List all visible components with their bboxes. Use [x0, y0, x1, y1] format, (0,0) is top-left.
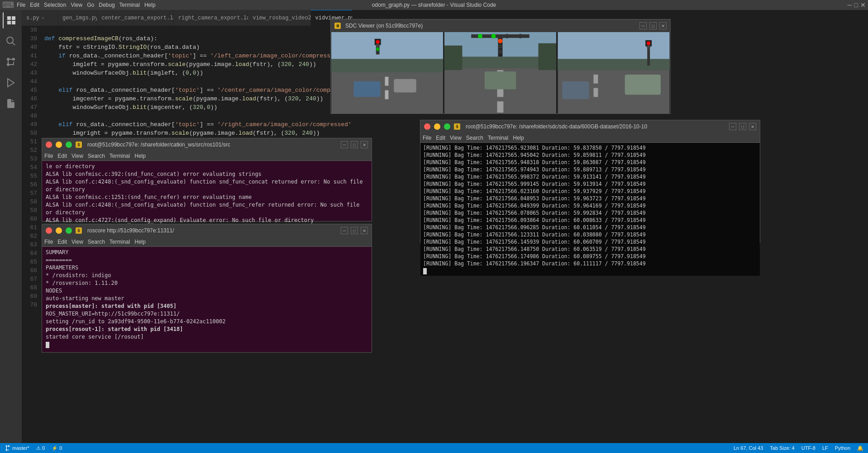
term1-wclose[interactable]: ✕ [361, 141, 368, 148]
activity-extensions[interactable] [3, 95, 19, 112]
term2-wmin[interactable]: ─ [341, 227, 348, 234]
svg-rect-20 [353, 81, 380, 97]
window-title: odom_graph.py — sharefolder - Visual Stu… [372, 2, 496, 8]
code-line-2: fstr = cStringIO.StringIO(ros_data.data) [41, 43, 352, 52]
menu-terminal[interactable]: Terminal [119, 2, 140, 8]
terminal-catkin-line: ALSA lib confmisc.c:1251:(snd_func_refer… [46, 193, 368, 201]
rosbag-line: [RUNNING] Bag Time: 1476217565.923081 Du… [423, 144, 757, 151]
rosbag-line: [RUNNING] Bag Time: 1476217566.078065 Du… [423, 209, 757, 217]
vscode-icon[interactable]: ⌨ [2, 0, 14, 10]
status-language[interactable]: Python [835, 445, 850, 451]
menu-file[interactable]: File [17, 2, 25, 8]
sdc-close[interactable]: ✕ [659, 22, 667, 29]
term1-wmax[interactable]: □ [351, 141, 358, 148]
tmenu3-terminal[interactable]: Terminal [488, 135, 508, 141]
term1-max[interactable]: + [66, 142, 72, 148]
tab-center-camera[interactable]: center_camera_export.launch ✕ [97, 10, 174, 26]
tmenu3-edit[interactable]: Edit [436, 135, 445, 141]
svg-rect-43 [593, 75, 598, 84]
editor-tabs: s.py ✕ gen_imgs.py ✕ center_camera_expor… [22, 10, 352, 26]
tmenu2-edit[interactable]: Edit [57, 239, 67, 245]
term1-win-controls: ─ □ ✕ [341, 141, 368, 148]
term3-close[interactable]: ✕ [424, 123, 430, 130]
tab-view-rosbag[interactable]: view_rosbag_video2.py ✕ [248, 10, 310, 26]
terminal-roscore-line: SUMMARY [46, 249, 368, 256]
term3-min[interactable]: ─ [434, 123, 440, 130]
svg-point-39 [518, 34, 523, 38]
tmenu2-help[interactable]: Help [134, 239, 146, 245]
status-encoding[interactable]: UTF-8 [801, 445, 816, 451]
activity-explorer[interactable] [3, 12, 19, 28]
term3-max[interactable]: + [444, 123, 450, 130]
svg-point-15 [376, 40, 380, 44]
tab-close-s-py[interactable]: ✕ [42, 15, 44, 21]
minimize-btn[interactable]: ─ [848, 1, 852, 9]
tmenu2-view[interactable]: View [72, 239, 83, 245]
tab-right-camera[interactable]: right_camera_export.launch ✕ [174, 10, 248, 26]
code-line-0 [41, 26, 352, 34]
tmenu-view[interactable]: View [72, 153, 83, 159]
status-errors[interactable]: ⚠ 0 [36, 445, 45, 451]
tmenu-edit[interactable]: Edit [57, 153, 67, 159]
rosbag-line: [RUNNING] Bag Time: 1476217565.999145 Du… [423, 180, 757, 188]
term3-wclose[interactable]: ✕ [749, 123, 756, 130]
terminal-catkin-line: ALSA lib conf.c:4727:(snd_config_expand)… [46, 217, 368, 224]
term1-min[interactable]: ─ [56, 142, 62, 148]
terminal-rosbag-content: [RUNNING] Bag Time: 1476217565.923081 Du… [420, 143, 760, 276]
menu-selection[interactable]: Selection [44, 2, 66, 8]
tmenu2-file[interactable]: File [44, 239, 53, 245]
term1-wmin[interactable]: ─ [341, 141, 348, 148]
term1-close[interactable]: ✕ [46, 142, 52, 148]
tab-s-py[interactable]: s.py ✕ [22, 10, 58, 26]
status-warnings[interactable]: ⚡ 0 [52, 445, 62, 451]
close-btn[interactable]: ✕ [860, 1, 866, 9]
tmenu2-search[interactable]: Search [88, 239, 105, 245]
menu-help[interactable]: Help [144, 2, 156, 8]
line-num-53: 53 [22, 155, 37, 163]
terminal-roscore-titlebar: ✕ ─ + $ roscore http://51c99bcc797e:1131… [42, 224, 372, 237]
term3-wmin[interactable]: ─ [729, 123, 736, 130]
code-line-3: if ros_data._connection_header['topic'] … [41, 52, 352, 60]
tmenu-search[interactable]: Search [88, 153, 105, 159]
term2-wclose[interactable]: ✕ [361, 227, 368, 234]
terminal-roscore-content: SUMMARY========PARAMETERS * /rosdistro: … [42, 247, 372, 350]
menu-debug[interactable]: Debug [99, 2, 114, 8]
tab-gen-imgs[interactable]: gen_imgs.py ✕ [58, 10, 97, 26]
sdc-minimize[interactable]: ─ [639, 22, 647, 29]
activity-search[interactable] [3, 33, 19, 49]
status-git[interactable]: master* [5, 445, 29, 451]
status-position[interactable]: Ln 67, Col 43 [734, 445, 763, 451]
term2-close[interactable]: ✕ [46, 227, 52, 234]
activity-debug[interactable] [3, 75, 19, 91]
titlebar: ⌨ File Edit Selection View Go Debug Term… [0, 0, 868, 10]
menu-go[interactable]: Go [87, 2, 94, 8]
tmenu-file[interactable]: File [44, 153, 53, 159]
term2-icon: $ [76, 227, 82, 234]
activity-source-control[interactable] [3, 54, 19, 70]
tmenu3-file[interactable]: File [423, 135, 431, 141]
term2-wmax[interactable]: □ [351, 227, 358, 234]
rosbag-line: [RUNNING] Bag Time: 1476217565.945042 Du… [423, 151, 757, 159]
status-feedback[interactable]: 🔔 [857, 445, 863, 451]
svg-point-32 [498, 39, 503, 43]
term2-max[interactable]: + [66, 227, 72, 234]
tmenu3-search[interactable]: Search [466, 135, 483, 141]
tmenu-help[interactable]: Help [134, 153, 146, 159]
svg-point-7 [12, 58, 15, 61]
tmenu3-view[interactable]: View [450, 135, 462, 141]
sdc-window-controls: ─ □ ✕ [639, 22, 667, 29]
menu-view[interactable]: View [71, 2, 82, 8]
tmenu2-terminal[interactable]: Terminal [110, 239, 130, 245]
terminal-roscore-line: process[rosout-1]: started with pid [341… [46, 326, 368, 333]
term2-min[interactable]: ─ [56, 227, 62, 234]
sdc-maximize[interactable]: □ [649, 22, 657, 29]
svg-rect-18 [385, 77, 389, 86]
tmenu-terminal[interactable]: Terminal [110, 153, 130, 159]
status-tab-size[interactable]: Tab Size: 4 [770, 445, 794, 451]
line-num-42: 42 [22, 60, 37, 69]
status-line-ending[interactable]: LF [822, 445, 828, 451]
tmenu3-help[interactable]: Help [513, 135, 524, 141]
term3-wmax[interactable]: □ [739, 123, 746, 130]
maximize-btn[interactable]: □ [854, 1, 858, 9]
menu-edit[interactable]: Edit [30, 2, 39, 8]
